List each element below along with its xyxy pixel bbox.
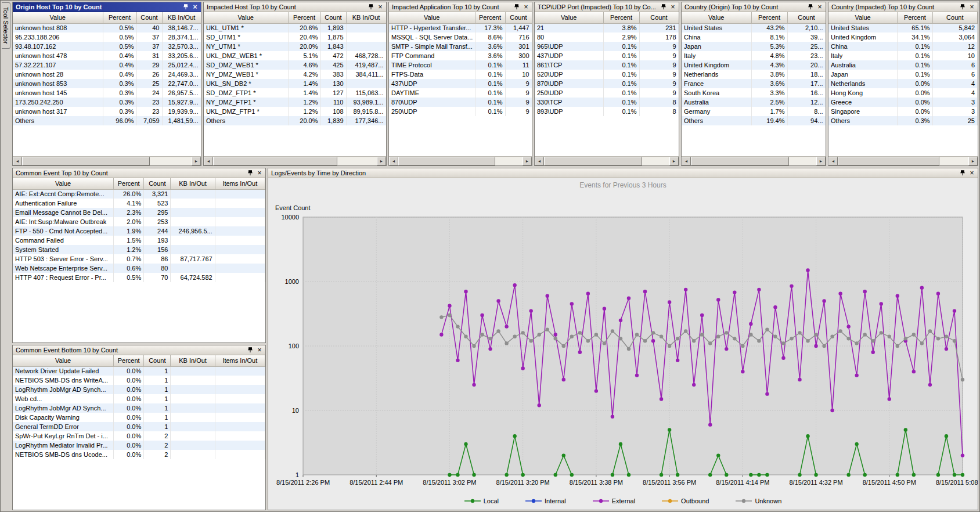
table-row[interactable]: unknown host 4780.4%3133,205.6...: [13, 51, 201, 60]
table-row[interactable]: Japan0.1%6: [828, 70, 978, 79]
column-header[interactable]: Percent: [898, 12, 932, 23]
column-header[interactable]: Count: [144, 178, 171, 189]
scroll-left-icon[interactable]: ◄: [204, 157, 213, 165]
table-row[interactable]: 57.32.221.1070.4%2925,012.4...: [13, 60, 201, 70]
horizontal-scrollbar[interactable]: ◄ ►: [535, 156, 679, 165]
table-row[interactable]: United States65.1%5,842: [828, 23, 978, 33]
table-row[interactable]: China8.1%39...: [682, 33, 826, 42]
table-row[interactable]: 95.233.188.2060.5%3728,374.1...: [13, 33, 201, 42]
table-row[interactable]: 437\UDP0.1%9: [389, 79, 532, 88]
table-row[interactable]: 893\UDP0.1%8: [535, 107, 679, 116]
column-header[interactable]: Value: [13, 12, 103, 23]
table-row[interactable]: Italy4.8%23...: [682, 51, 826, 60]
column-header[interactable]: Percent: [103, 12, 136, 23]
table-row[interactable]: unknown host 8080.5%4038,146.7...: [13, 23, 201, 33]
table-row[interactable]: UKL_SN_DB2 *1.4%130: [204, 79, 386, 88]
horizontal-scrollbar[interactable]: ◄ ►: [828, 156, 978, 165]
pin-icon[interactable]: [246, 170, 254, 177]
table-row[interactable]: Others0.3%25: [828, 116, 978, 125]
close-icon[interactable]: ×: [968, 3, 976, 11]
panel-titlebar[interactable]: Impacted Application Top 10 by Count ×: [389, 2, 532, 12]
table-row[interactable]: Web Netscape Enterprise Serv...0.6%80: [13, 264, 265, 273]
pin-icon[interactable]: [806, 3, 815, 11]
close-icon[interactable]: ×: [255, 170, 264, 177]
table-row[interactable]: France3.6%17...: [682, 79, 826, 88]
scroll-left-icon[interactable]: ◄: [682, 157, 691, 165]
close-icon[interactable]: ×: [522, 3, 530, 11]
scrollbar-thumb[interactable]: [544, 157, 642, 165]
column-header[interactable]: Percent: [603, 12, 639, 23]
table-row[interactable]: Email Message Cannot Be Del...2.3%295: [13, 208, 265, 217]
panel-titlebar[interactable]: Common Event Bottom 10 by Count ×: [13, 345, 265, 355]
table-row[interactable]: MSSQL - SQL Server Data...8.6%716: [389, 33, 532, 42]
close-icon[interactable]: ×: [968, 170, 976, 177]
pin-icon[interactable]: [959, 170, 967, 177]
scroll-right-icon[interactable]: ►: [816, 157, 826, 165]
column-header[interactable]: Value: [682, 12, 751, 23]
table-row[interactable]: SD_DMZ_FTP1 *1.4%127115,063...: [204, 88, 386, 98]
table-row[interactable]: 93.48.107.1620.5%3732,570.3...: [13, 42, 201, 51]
scrollbar-thumb[interactable]: [838, 157, 939, 165]
table-row[interactable]: LogRhythm JobMgr AD Synch...0.0%1: [13, 403, 265, 413]
table-row[interactable]: Network Driver Update Failed0.0%1: [13, 366, 265, 376]
table-row[interactable]: 250\UDP0.1%9: [389, 107, 532, 116]
panel-titlebar[interactable]: Impacted Host Top 10 by Count ×: [204, 2, 386, 12]
scroll-right-icon[interactable]: ►: [968, 157, 978, 165]
pin-icon[interactable]: [367, 3, 375, 11]
column-header[interactable]: Value: [828, 12, 898, 23]
close-icon[interactable]: ×: [255, 347, 264, 354]
table-row[interactable]: Others20.0%1,839177,346...: [204, 116, 386, 125]
table-row[interactable]: South Korea3.3%16...: [682, 88, 826, 98]
column-header[interactable]: Percent: [114, 178, 144, 189]
table-row[interactable]: Germany1.7%8...: [682, 107, 826, 116]
scrollbar-thumb[interactable]: [213, 157, 337, 165]
table-row[interactable]: Singapore0.0%3: [828, 107, 978, 116]
pin-icon[interactable]: [959, 3, 967, 11]
table-row[interactable]: SpWr-Put KeyLgr RnTm Det - i...0.0%2: [13, 431, 265, 441]
table-row[interactable]: HTTP 503 : Server Error - Serv...0.7%868…: [13, 254, 265, 264]
table-row[interactable]: 870\UDP0.1%9: [389, 98, 532, 107]
table-row[interactable]: Authentication Failure4.1%523: [13, 199, 265, 208]
scroll-right-icon[interactable]: ►: [377, 157, 386, 165]
table-row[interactable]: 213.8%231: [535, 23, 679, 33]
table-row[interactable]: Netherlands0.0%4: [828, 79, 978, 88]
table-row[interactable]: Disk Capacity Warning0.0%1: [13, 413, 265, 422]
scroll-right-icon[interactable]: ►: [192, 157, 201, 165]
table-row[interactable]: NETBIOS SMB-DS dns Ucode...0.0%2: [13, 450, 265, 459]
column-header[interactable]: Percent: [475, 12, 505, 23]
table-row[interactable]: 802.9%178: [535, 33, 679, 42]
table-row[interactable]: Japan5.3%25...: [682, 42, 826, 51]
pin-icon[interactable]: [246, 347, 254, 354]
horizontal-scrollbar[interactable]: ◄ ►: [13, 156, 201, 165]
table-row[interactable]: China0.1%12: [828, 42, 978, 51]
column-header[interactable]: Value: [13, 178, 114, 189]
panel-titlebar[interactable]: Common Event Top 10 by Count ×: [13, 168, 265, 178]
column-header[interactable]: Items In/Out: [215, 355, 265, 366]
table-row[interactable]: Greece0.0%3: [828, 98, 978, 107]
table-row[interactable]: 330\TCP0.1%8: [535, 98, 679, 107]
horizontal-scrollbar[interactable]: ◄ ►: [682, 156, 826, 165]
pin-icon[interactable]: [660, 3, 668, 11]
scroll-left-icon[interactable]: ◄: [389, 157, 398, 165]
scroll-left-icon[interactable]: ◄: [828, 157, 838, 165]
table-row[interactable]: 520\UDP0.1%9: [535, 70, 679, 79]
table-row[interactable]: 870\UDP0.1%9: [535, 79, 679, 88]
scrollbar-thumb[interactable]: [22, 157, 150, 165]
column-header[interactable]: Count: [144, 355, 171, 366]
table-row[interactable]: Australia0.1%6: [828, 60, 978, 70]
column-header[interactable]: Percent: [751, 12, 787, 23]
table-row[interactable]: Netherlands3.8%18...: [682, 70, 826, 79]
scrollbar-thumb[interactable]: [691, 157, 789, 165]
table-row[interactable]: SMTP - Simple Mail Transf...3.6%301: [389, 42, 532, 51]
close-icon[interactable]: ×: [816, 3, 824, 11]
table-row[interactable]: 437\UDP0.1%9: [535, 51, 679, 60]
table-row[interactable]: Web cd...0.0%1: [13, 394, 265, 403]
column-header[interactable]: Value: [389, 12, 475, 23]
close-icon[interactable]: ×: [669, 3, 677, 11]
column-header[interactable]: Count: [639, 12, 679, 23]
table-row[interactable]: United Kingdom34.1%3,064: [828, 33, 978, 42]
table-row[interactable]: AIE: Int:Susp:Malware Outbreak2.0%253: [13, 217, 265, 226]
table-row[interactable]: SD_UTM1 *20.4%1,875: [204, 33, 386, 42]
horizontal-scrollbar[interactable]: ◄ ►: [389, 156, 532, 165]
scroll-left-icon[interactable]: ◄: [535, 157, 544, 165]
